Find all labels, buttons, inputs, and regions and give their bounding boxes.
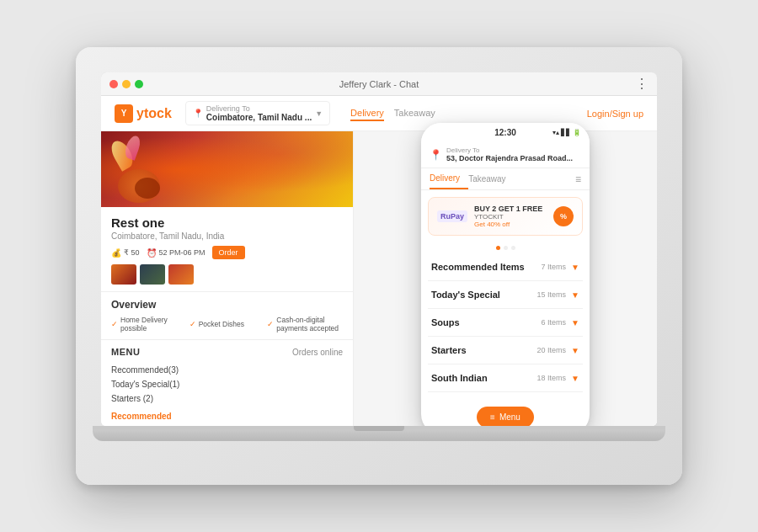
delivery-label: Delivering To [206, 104, 312, 113]
offer-badge: % [553, 206, 574, 226]
time-value: 52 PM-06 PM [159, 248, 206, 257]
logo[interactable]: Y ytock [115, 104, 172, 123]
title-bar: Jeffery Clark - Chat ⋮ [101, 72, 657, 96]
location-pin-icon: 📍 [193, 109, 203, 118]
wifi-icon: ▾▴ [552, 129, 559, 136]
logo-text: ytock [136, 106, 172, 121]
tab-delivery[interactable]: Delivery [350, 106, 384, 121]
phone-tab-takeaway[interactable]: Takeaway [468, 169, 514, 189]
menu-lines-icon: ≡ [490, 412, 495, 422]
dot-3[interactable] [511, 246, 515, 250]
category-count-soups: 6 Items [542, 318, 567, 327]
logo-icon: Y [115, 104, 133, 123]
menu-button-label: Menu [499, 412, 520, 422]
battery-icon: 🔋 [573, 129, 581, 136]
phone-mockup: 12:30 ▾▴ ▋▋ 🔋 📍 Delivery To [421, 123, 590, 426]
browser-content: Y ytock 📍 Delivering To Coimbatore, Tami… [101, 96, 657, 426]
phone-status-bar: 12:30 ▾▴ ▋▋ 🔋 [421, 123, 590, 141]
category-name-recommended: Recommended Items [431, 262, 525, 272]
laptop-base [93, 426, 665, 441]
window-title: Jeffery Clark - Chat [339, 79, 419, 89]
category-meta-special: 15 Items ▼ [537, 290, 579, 300]
category-meta-south-indian: 18 Items ▼ [537, 374, 579, 383]
menu-items-list: Recommended(3) Today's Special(1) Starte… [111, 364, 343, 405]
delivery-location[interactable]: 📍 Delivering To Coimbatore, Tamil Nadu .… [185, 101, 330, 125]
phone-tabs: Delivery Takeaway ≡ [421, 168, 590, 190]
category-name-soups: Soups [431, 317, 460, 327]
overview-title: Overview [111, 299, 343, 311]
delivery-to-label: Delivery To [446, 146, 581, 154]
clock-icon: ⏰ [147, 248, 157, 258]
chevron-right-icon-5: ▼ [571, 374, 579, 383]
close-button[interactable] [109, 80, 118, 88]
check-icon-3: ✓ [267, 320, 274, 328]
thumb-3[interactable] [168, 264, 194, 285]
category-count-special: 15 Items [537, 290, 567, 299]
main-content: Rest one Coimbatore, Tamil Nadu, India 💰… [101, 131, 657, 426]
maximize-button[interactable] [135, 80, 143, 88]
category-count-recommended: 7 Items [542, 263, 567, 271]
thumb-1[interactable] [111, 264, 136, 285]
orders-online-label: Orders online [292, 348, 343, 357]
tab-takeaway[interactable]: Takeaway [394, 106, 435, 121]
category-count-south-indian: 18 Items [537, 374, 567, 382]
category-row-special[interactable]: Today's Special 15 Items ▼ [428, 281, 583, 309]
restaurant-info: Rest one Coimbatore, Tamil Nadu, India 💰… [101, 207, 353, 291]
dot-1[interactable] [496, 246, 500, 250]
category-row-soups[interactable]: Soups 6 Items ▼ [428, 309, 583, 337]
signal-icon: ▋▋ [561, 129, 571, 136]
delivery-city: Coimbatore, Tamil Nadu ... [206, 113, 312, 122]
feature-delivery: ✓ Home Delivery possible [111, 316, 187, 332]
nav-tabs: Delivery Takeaway [350, 106, 435, 121]
delivery-pin-icon: 📍 [430, 149, 442, 161]
laptop-screen: Jeffery Clark - Chat ⋮ Y ytock 📍 Deliver… [101, 72, 657, 426]
offer-title: BUY 2 GET 1 FREE [474, 205, 547, 213]
offer-code: YTOCKIT [474, 213, 547, 221]
feature-dishes: ✓ Pocket Dishes [190, 316, 265, 332]
feature-3-text: Cash-on-digital payments accepted [276, 316, 343, 332]
time-badge: ⏰ 52 PM-06 PM [147, 248, 206, 258]
laptop-notch [354, 426, 404, 431]
menu-item-special[interactable]: Today's Special(1) [111, 378, 343, 391]
order-button[interactable]: Order [212, 246, 245, 259]
category-name-south-indian: South Indian [431, 373, 488, 383]
menu-header: MENU Orders online [111, 347, 343, 357]
category-name-special: Today's Special [431, 290, 500, 300]
offer-dots [421, 246, 590, 250]
offer-discount: Get 40% off [474, 221, 547, 228]
minimize-button[interactable] [122, 80, 131, 88]
feature-2-text: Pocket Dishes [199, 320, 244, 328]
restaurant-image [101, 131, 353, 207]
price-icon: 💰 [111, 248, 121, 258]
dot-2[interactable] [504, 246, 508, 250]
left-panel: Rest one Coimbatore, Tamil Nadu, India 💰… [101, 131, 354, 426]
menu-icon[interactable]: ⋮ [635, 76, 649, 92]
thumb-2[interactable] [140, 264, 165, 285]
delivery-info: Delivery To 53, Doctor Rajendra Prasad R… [446, 146, 581, 162]
offer-banner[interactable]: RuPay BUY 2 GET 1 FREE YTOCKIT Get 40% o… [428, 197, 583, 236]
menu-section: MENU Orders online Recommended(3) Today'… [101, 339, 353, 426]
category-row-recommended[interactable]: Recommended Items 7 Items ▼ [428, 253, 583, 281]
menu-float-button[interactable]: ≡ Menu [477, 407, 534, 426]
price-badge: 💰 ₹ 50 [111, 248, 140, 258]
price-value: ₹ 50 [124, 248, 140, 257]
category-row-starters[interactable]: Starters 20 Items ▼ [428, 337, 583, 364]
category-name-starters: Starters [431, 345, 467, 355]
category-row-south-indian[interactable]: South Indian 18 Items ▼ [428, 364, 583, 392]
category-meta-soups: 6 Items ▼ [542, 318, 579, 327]
recommended-label: Recommended [111, 412, 343, 421]
offer-text: BUY 2 GET 1 FREE YTOCKIT Get 40% off [474, 205, 547, 228]
laptop-mockup: Jeffery Clark - Chat ⋮ Y ytock 📍 Deliver… [76, 47, 682, 485]
restaurant-address: Coimbatore, Tamil Nadu, India [111, 231, 343, 241]
chevron-right-icon-1: ▼ [571, 263, 579, 272]
check-icon-1: ✓ [111, 320, 118, 328]
menu-item-recommended[interactable]: Recommended(3) [111, 364, 343, 376]
status-icons: ▾▴ ▋▋ 🔋 [552, 129, 581, 136]
menu-title: MENU [111, 347, 140, 357]
category-list: Recommended Items 7 Items ▼ Today's Spec… [421, 253, 590, 400]
phone-tab-delivery[interactable]: Delivery [430, 168, 468, 189]
login-signup-button[interactable]: Login/Sign up [587, 109, 643, 119]
menu-item-starters[interactable]: Starters (2) [111, 392, 343, 405]
overview-section: Overview ✓ Home Delivery possible ✓ Pock… [101, 291, 353, 339]
filter-icon[interactable]: ≡ [575, 173, 581, 185]
